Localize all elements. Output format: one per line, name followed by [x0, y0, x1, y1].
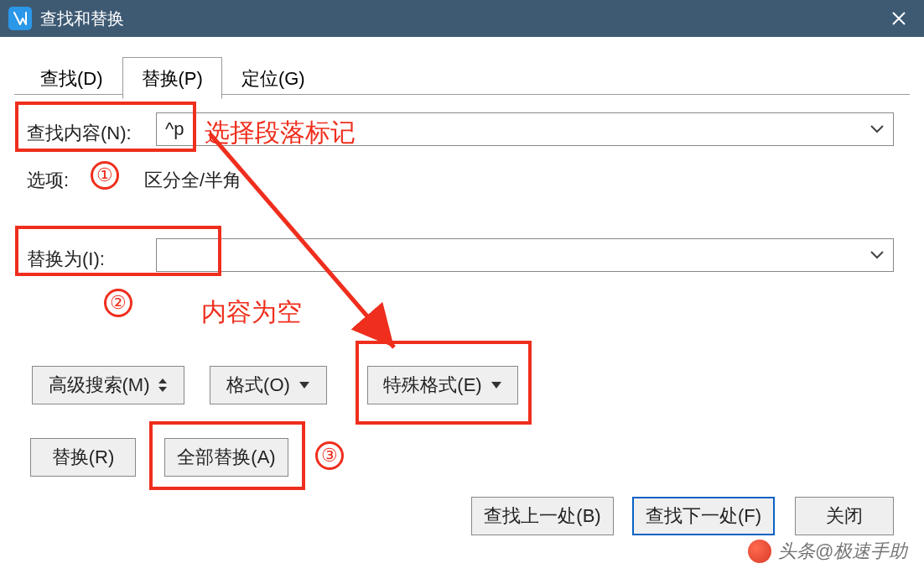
special-format-button[interactable]: 特殊格式(E): [367, 366, 518, 404]
tabs-row: 查找(D) 替换(P) 定位(G): [21, 57, 324, 99]
tab-goto[interactable]: 定位(G): [222, 57, 324, 99]
tab-find[interactable]: 查找(D): [21, 57, 122, 99]
triangle-down-icon: [298, 381, 310, 389]
annotation-number-3: ③: [315, 441, 344, 470]
annotation-number-2: ②: [104, 289, 132, 317]
annotation-text-2: 内容为空: [201, 295, 302, 330]
find-prev-label: 查找上一处(B): [484, 503, 600, 529]
find-label-row: 查找内容(N):: [27, 121, 161, 146]
watermark-icon: [748, 540, 771, 563]
find-prev-button[interactable]: 查找上一处(B): [471, 497, 614, 535]
find-input-value: ^p: [165, 118, 184, 140]
updown-icon: [158, 377, 168, 394]
format-button[interactable]: 格式(O): [210, 366, 327, 404]
watermark-text: 头条@极速手助: [778, 539, 907, 564]
special-format-label: 特殊格式(E): [383, 373, 481, 398]
close-button[interactable]: 关闭: [795, 497, 894, 535]
advanced-search-label: 高级搜索(M): [49, 373, 150, 398]
find-input[interactable]: ^p: [156, 112, 894, 146]
replace-label: 替换为(I):: [27, 247, 161, 272]
format-label: 格式(O): [226, 373, 290, 398]
replace-all-button[interactable]: 全部替换(A): [164, 438, 288, 477]
watermark: 头条@极速手助: [748, 539, 907, 564]
close-window-button[interactable]: [874, 0, 924, 37]
advanced-search-button[interactable]: 高级搜索(M): [32, 366, 184, 404]
close-button-label: 关闭: [826, 503, 863, 529]
tab-replace[interactable]: 替换(P): [122, 57, 222, 99]
replace-input[interactable]: [156, 238, 894, 272]
options-label: 选项:: [27, 168, 144, 193]
replace-label-row: 替换为(I):: [27, 247, 161, 272]
replace-button-label: 替换(R): [52, 445, 115, 470]
triangle-down-icon: [491, 381, 502, 389]
options-value: 区分全/半角: [144, 168, 241, 193]
window-title: 查找和替换: [40, 8, 124, 30]
replace-button[interactable]: 替换(R): [30, 438, 136, 477]
chevron-down-icon: [869, 124, 885, 134]
find-next-label: 查找下一处(F): [646, 503, 761, 529]
app-icon: [8, 7, 32, 30]
title-bar: 查找和替换: [0, 0, 924, 37]
close-icon: [891, 11, 906, 26]
options-row: 选项: 区分全/半角: [27, 168, 241, 193]
dialog-body: 查找(D) 替换(P) 定位(G) 查找内容(N): ^p 选项: 区分全/半角…: [0, 37, 924, 579]
find-next-button[interactable]: 查找下一处(F): [632, 497, 775, 535]
replace-all-label: 全部替换(A): [177, 445, 275, 470]
find-label: 查找内容(N):: [27, 121, 161, 146]
chevron-down-icon: [869, 250, 885, 260]
